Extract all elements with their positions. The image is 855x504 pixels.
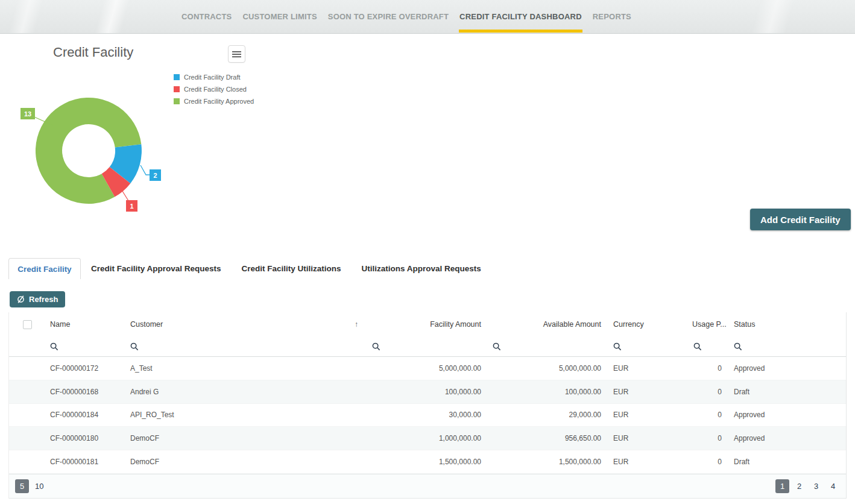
cell-facility-amount: 1,500,000.00 (368, 458, 488, 466)
page-size-5[interactable]: 5 (15, 479, 29, 493)
cell-customer: A_Test (126, 364, 368, 373)
table-row[interactable]: CF-000000180 DemoCF 1,000,000.00 956,650… (9, 427, 846, 450)
cell-name: CF-000000168 (45, 388, 126, 396)
grid-pagination-bar: 5 10 1 2 3 4 (9, 474, 846, 499)
filter-customer-search-icon[interactable] (130, 342, 139, 351)
table-row[interactable]: CF-000000184 API_RO_Test 30,000.00 29,00… (9, 404, 846, 427)
refresh-button[interactable]: Refresh (10, 291, 65, 307)
page-button-4[interactable]: 4 (826, 479, 840, 493)
cell-usage: 0 (689, 388, 730, 396)
cell-available-amount: 29,000.00 (488, 411, 609, 419)
cell-usage: 0 (689, 411, 730, 419)
column-header-available-amount[interactable]: Available Amount (488, 320, 609, 329)
legend-item-draft: Credit Facility Draft (174, 71, 254, 83)
cell-customer: Andrei G (126, 388, 368, 396)
callout-line-draft (140, 165, 150, 175)
legend-label-draft: Credit Facility Draft (184, 74, 241, 81)
cell-status: Approved (730, 411, 847, 419)
legend-item-closed: Credit Facility Closed (174, 83, 254, 95)
cell-status: Draft (730, 388, 847, 396)
column-header-facility-amount[interactable]: Facility Amount (368, 320, 488, 329)
cell-name: CF-000000180 (45, 434, 126, 443)
filter-name-search-icon[interactable] (50, 342, 58, 351)
chart-menu-button[interactable] (228, 45, 245, 63)
tab-credit-facility-utilizations[interactable]: Credit Facility Utilizations (232, 258, 352, 279)
refresh-icon (17, 295, 25, 303)
tab-utilizations-approval-requests[interactable]: Utilizations Approval Requests (352, 258, 491, 279)
add-credit-facility-button[interactable]: Add Credit Facility (750, 209, 851, 230)
legend-label-approved: Credit Facility Approved (184, 98, 254, 105)
cell-available-amount: 100,000.00 (488, 388, 609, 396)
filter-status-search-icon[interactable] (734, 342, 742, 351)
cell-facility-amount: 5,000,000.00 (368, 364, 488, 373)
callout-value-draft: 2 (153, 172, 157, 179)
select-all-checkbox[interactable] (23, 320, 32, 329)
legend-swatch-draft (174, 74, 180, 80)
cell-name: CF-000000181 (45, 458, 126, 466)
page-button-1[interactable]: 1 (775, 479, 789, 493)
page-size-10[interactable]: 10 (32, 479, 46, 493)
cell-status: Draft (730, 458, 847, 466)
filter-currency-search-icon[interactable] (613, 342, 622, 351)
column-header-customer[interactable]: Customer ↑ (126, 320, 368, 329)
cell-available-amount: 956,650.00 (488, 434, 609, 443)
cell-currency: EUR (609, 388, 689, 396)
refresh-label: Refresh (29, 295, 58, 304)
cell-facility-amount: 100,000.00 (368, 388, 488, 396)
nav-item-soon-to-expire-overdraft[interactable]: SOON TO EXPIRE OVERDRAFT (327, 0, 449, 33)
table-row[interactable]: CF-000000181 DemoCF 1,500,000.00 1,500,0… (9, 450, 846, 474)
cell-customer: DemoCF (126, 434, 368, 443)
credit-facility-dashboard: CONTRACTS CUSTOMER LIMITS SOON TO EXPIRE… (0, 0, 855, 504)
column-header-status[interactable]: Status (730, 320, 847, 329)
table-row[interactable]: CF-000000168 Andrei G 100,000.00 100,000… (9, 380, 846, 404)
cell-currency: EUR (609, 411, 689, 419)
nav-item-customer-limits[interactable]: CUSTOMER LIMITS (242, 0, 317, 33)
nav-item-credit-facility-dashboard[interactable]: CREDIT FACILITY DASHBOARD (459, 0, 582, 33)
nav-list: CONTRACTS CUSTOMER LIMITS SOON TO EXPIRE… (181, 0, 632, 33)
cell-currency: EUR (609, 458, 689, 466)
legend-swatch-approved (174, 98, 180, 104)
cell-name: CF-000000184 (45, 411, 126, 419)
callout-line-closed (122, 191, 128, 201)
column-header-customer-label: Customer (130, 320, 163, 329)
cell-available-amount: 1,500,000.00 (488, 458, 609, 466)
sort-ascending-icon[interactable]: ↑ (355, 320, 358, 329)
table-row[interactable]: CF-000000172 A_Test 5,000,000.00 5,000,0… (9, 357, 846, 380)
tab-credit-facility-approval-requests[interactable]: Credit Facility Approval Requests (81, 258, 232, 279)
detail-tabs: Credit Facility Credit Facility Approval… (8, 258, 491, 279)
donut-chart: 13 2 1 (12, 90, 169, 220)
legend-item-approved: Credit Facility Approved (174, 95, 254, 107)
filter-facility-amount-search-icon[interactable] (372, 342, 380, 351)
top-navigation-bar: CONTRACTS CUSTOMER LIMITS SOON TO EXPIRE… (0, 0, 855, 34)
credit-facility-grid: Name Customer ↑ Facility Amount Availabl… (8, 312, 847, 499)
cell-customer: API_RO_Test (126, 411, 368, 419)
cell-name: CF-000000172 (45, 364, 126, 373)
page-button-3[interactable]: 3 (809, 479, 823, 493)
filter-available-amount-search-icon[interactable] (493, 342, 501, 351)
hamburger-icon (232, 51, 241, 58)
cell-currency: EUR (609, 364, 689, 373)
cell-status: Approved (730, 364, 847, 373)
filter-usage-search-icon[interactable] (693, 342, 702, 351)
chart-legend: Credit Facility Draft Credit Facility Cl… (174, 71, 254, 107)
column-header-currency[interactable]: Currency (609, 320, 689, 329)
nav-item-contracts[interactable]: CONTRACTS (181, 0, 232, 33)
cell-usage: 0 (689, 434, 730, 443)
column-header-usage-percent[interactable]: Usage P... (689, 320, 730, 329)
legend-swatch-closed (174, 86, 180, 92)
callout-value-approved: 13 (24, 110, 31, 118)
page-navigator: 1 2 3 4 (775, 479, 840, 493)
callout-value-closed: 1 (130, 203, 133, 210)
tab-credit-facility[interactable]: Credit Facility (8, 258, 81, 279)
grid-filter-row (9, 336, 846, 357)
column-header-name[interactable]: Name (45, 320, 126, 329)
page-button-2[interactable]: 2 (792, 479, 806, 493)
cell-customer: DemoCF (126, 458, 368, 466)
page-size-selector: 5 10 (15, 479, 46, 493)
legend-label-closed: Credit Facility Closed (184, 86, 247, 93)
page-title: Credit Facility (53, 45, 133, 60)
grid-header-row: Name Customer ↑ Facility Amount Availabl… (9, 312, 846, 336)
nav-item-reports[interactable]: REPORTS (592, 0, 632, 33)
cell-facility-amount: 1,000,000.00 (368, 434, 488, 443)
cell-usage: 0 (689, 458, 730, 466)
